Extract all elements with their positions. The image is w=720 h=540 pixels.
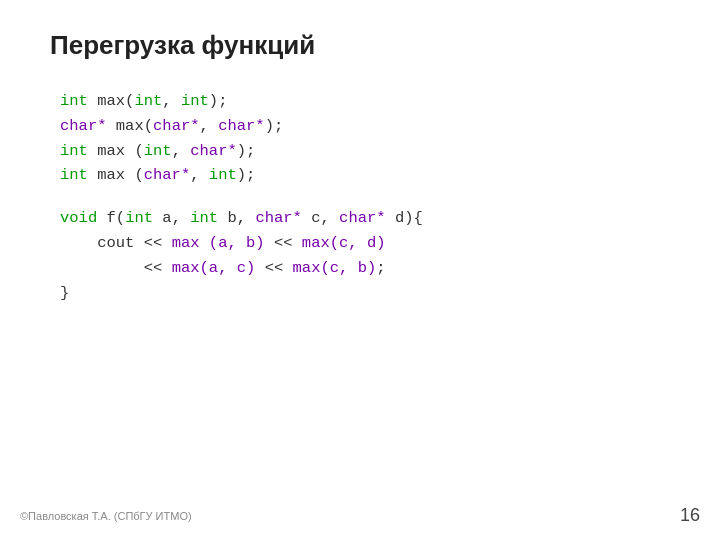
kw-int-6: int <box>60 166 88 184</box>
slide: Перегрузка функций int max(int, int); ch… <box>0 0 720 540</box>
plain-10: max ( <box>88 166 144 184</box>
plain-11: , <box>190 166 209 184</box>
code-line-func2: cout << max (a, b) << max(c, d) <box>60 231 670 256</box>
code-line-decl2: char* max(char*, char*); <box>60 114 670 139</box>
purple-2: char* <box>153 117 200 135</box>
plain-8: , <box>172 142 191 160</box>
plain-18: cout << <box>60 234 172 252</box>
kw-int-7: int <box>209 166 237 184</box>
plain-1: max( <box>88 92 135 110</box>
purple-8: max (a, b) <box>172 234 265 252</box>
purple-5: char* <box>144 166 191 184</box>
kw-int-5: int <box>144 142 172 160</box>
plain-20: << <box>60 259 172 277</box>
kw-int-4: int <box>60 142 88 160</box>
purple-3: char* <box>218 117 265 135</box>
purple-7: char* <box>339 209 386 227</box>
plain-2: , <box>162 92 181 110</box>
purple-1: char* <box>60 117 107 135</box>
footer: ©Павловская Т.А. (СПбГУ ИТМО) 16 <box>0 505 720 526</box>
code-block: int max(int, int); char* max(char*, char… <box>60 89 670 305</box>
kw-int-1: int <box>60 92 88 110</box>
kw-int-2: int <box>134 92 162 110</box>
kw-int-8: int <box>125 209 153 227</box>
plain-19: << <box>265 234 302 252</box>
purple-4: char* <box>190 142 237 160</box>
kw-void: void <box>60 209 97 227</box>
plain-22: ; <box>376 259 385 277</box>
slide-title: Перегрузка функций <box>50 30 670 61</box>
plain-12: ); <box>237 166 256 184</box>
plain-9: ); <box>237 142 256 160</box>
code-line-decl4: int max (char*, int); <box>60 163 670 188</box>
plain-4: max( <box>107 117 154 135</box>
plain-23: } <box>60 284 69 302</box>
plain-15: b, <box>218 209 255 227</box>
plain-5: , <box>200 117 219 135</box>
purple-10: max(a, c) <box>172 259 256 277</box>
plain-14: a, <box>153 209 190 227</box>
plain-6: ); <box>265 117 284 135</box>
plain-17: d){ <box>386 209 423 227</box>
purple-9: max(c, d) <box>302 234 386 252</box>
kw-int-3: int <box>181 92 209 110</box>
kw-int-9: int <box>190 209 218 227</box>
plain-13: f( <box>97 209 125 227</box>
code-line-decl3: int max (int, char*); <box>60 139 670 164</box>
footer-page-number: 16 <box>680 505 700 526</box>
code-line-func3: << max(a, c) << max(c, b); <box>60 256 670 281</box>
footer-copyright: ©Павловская Т.А. (СПбГУ ИТМО) <box>20 510 192 522</box>
code-separator <box>60 188 670 206</box>
code-line-decl1: int max(int, int); <box>60 89 670 114</box>
plain-3: ); <box>209 92 228 110</box>
plain-16: c, <box>302 209 339 227</box>
purple-11: max(c, b) <box>293 259 377 277</box>
purple-6: char* <box>255 209 302 227</box>
code-line-func4: } <box>60 281 670 306</box>
plain-21: << <box>255 259 292 277</box>
code-line-func1: void f(int a, int b, char* c, char* d){ <box>60 206 670 231</box>
plain-7: max ( <box>88 142 144 160</box>
